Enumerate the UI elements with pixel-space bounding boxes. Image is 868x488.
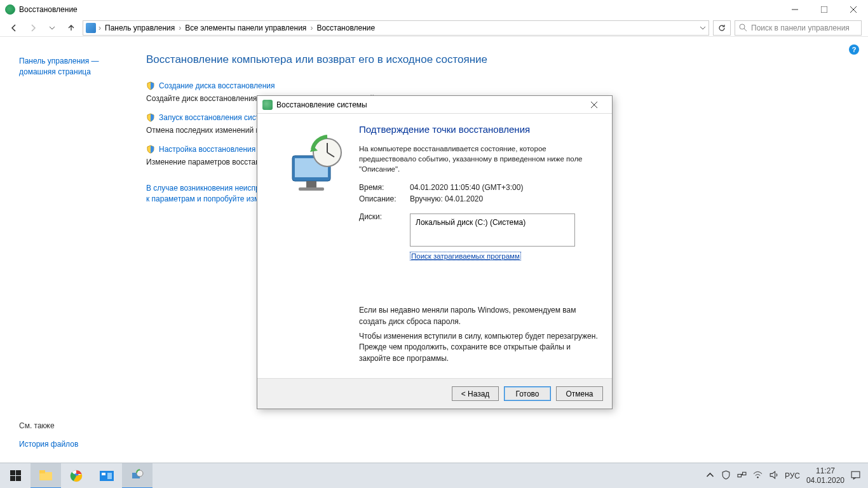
disks-label: Диски:: [359, 212, 410, 221]
close-button[interactable]: [839, 0, 868, 19]
taskbar-system-restore[interactable]: [122, 463, 153, 489]
time-value: 04.01.2020 11:05:40 (GMT+3:00): [410, 183, 523, 192]
notifications-icon[interactable]: [851, 470, 860, 482]
link-label: Создание диска восстановления: [159, 81, 275, 90]
wifi-icon[interactable]: [753, 470, 763, 482]
create-recovery-drive-link[interactable]: Создание диска восстановления: [146, 81, 275, 90]
svg-rect-11: [299, 187, 324, 191]
dialog-intro: На компьютере восстанавливается состояни…: [359, 144, 602, 174]
taskbar-chrome[interactable]: [61, 463, 92, 489]
svg-rect-28: [738, 474, 741, 477]
page-heading: Восстановление компьютера или возврат ег…: [146, 53, 855, 66]
svg-rect-29: [742, 472, 745, 475]
svg-rect-1: [821, 6, 827, 13]
description-value: Вручную: 04.01.2020: [410, 194, 483, 203]
dialog-titlebar: Восстановление системы: [257, 96, 612, 114]
time-label: Время:: [359, 183, 410, 192]
recent-dropdown[interactable]: [44, 20, 60, 36]
svg-rect-25: [107, 473, 112, 479]
shield-icon: [146, 81, 155, 90]
finish-button[interactable]: Готово: [504, 386, 551, 401]
taskbar-explorer[interactable]: [31, 463, 61, 489]
svg-point-31: [757, 477, 758, 478]
dialog-title: Восстановление системы: [276, 100, 367, 109]
search-input[interactable]: Поиск в панели управления: [735, 20, 862, 36]
cancel-button[interactable]: Отмена: [556, 386, 603, 401]
dialog-artwork: [264, 124, 359, 368]
window-title: Восстановление: [19, 5, 78, 14]
search-placeholder: Поиск в панели управления: [751, 24, 850, 32]
volume-icon[interactable]: [769, 470, 778, 482]
maximize-button[interactable]: [810, 0, 839, 19]
dialog-note-1: Если вы недавно меняли пароль Windows, р…: [359, 305, 602, 327]
file-history-link[interactable]: История файлов: [19, 439, 78, 450]
breadcrumb-leaf[interactable]: Восстановление: [315, 24, 376, 32]
clock[interactable]: 11:27 04.01.2020: [806, 466, 844, 485]
minimize-button[interactable]: [780, 0, 810, 19]
system-tray: РУС 11:27 04.01.2020: [698, 466, 868, 485]
scan-affected-programs-link[interactable]: Поиск затрагиваемых программ: [410, 252, 521, 261]
see-also-heading: См. также: [19, 421, 78, 430]
chevron-down-icon[interactable]: [700, 25, 706, 31]
control-panel-icon: [86, 23, 96, 33]
window-titlebar: Восстановление: [0, 0, 868, 19]
svg-rect-16: [16, 470, 21, 475]
recovery-app-icon: [5, 4, 15, 15]
open-system-restore-link[interactable]: Запуск восстановления системы: [146, 113, 275, 122]
sidebar: Панель управления — домашняя страница См…: [0, 37, 133, 463]
svg-rect-17: [10, 476, 15, 481]
forward-button[interactable]: [25, 20, 41, 36]
network-icon[interactable]: [737, 470, 747, 482]
search-icon: [739, 24, 747, 32]
description-label: Описание:: [359, 194, 410, 203]
security-icon[interactable]: [721, 470, 731, 482]
back-button[interactable]: < Назад: [452, 386, 499, 401]
shield-icon: [146, 113, 155, 122]
up-button[interactable]: [64, 20, 79, 36]
breadcrumb-mid[interactable]: Все элементы панели управления: [184, 24, 308, 32]
dialog-close-button[interactable]: [581, 97, 607, 113]
svg-rect-10: [306, 181, 316, 187]
breadcrumb-root[interactable]: Панель управления: [104, 24, 176, 32]
chevron-right-icon: ›: [310, 24, 313, 32]
svg-rect-20: [39, 470, 45, 473]
navigation-bar: › Панель управления › Все элементы панел…: [0, 19, 868, 37]
dialog-note-2: Чтобы изменения вступили в силу, компьют…: [359, 331, 602, 364]
taskbar-app-1[interactable]: [92, 463, 122, 489]
system-restore-icon: [262, 100, 273, 110]
refresh-button[interactable]: [713, 20, 731, 36]
disks-list: Локальный диск (C:) (Система): [410, 214, 575, 247]
disk-entry: Локальный диск (C:) (Система): [416, 218, 526, 227]
svg-rect-15: [10, 470, 15, 475]
address-bar[interactable]: › Панель управления › Все элементы панел…: [83, 20, 709, 36]
taskbar: РУС 11:27 04.01.2020: [0, 463, 868, 488]
language-indicator[interactable]: РУС: [785, 471, 800, 480]
chevron-right-icon: ›: [98, 24, 101, 32]
start-button[interactable]: [0, 463, 31, 489]
tray-chevron-up-icon[interactable]: [705, 470, 715, 482]
dialog-heading: Подтверждение точки восстановления: [359, 124, 602, 135]
svg-point-4: [740, 24, 745, 29]
control-panel-home-link[interactable]: Панель управления — домашняя страница: [19, 56, 123, 78]
system-restore-dialog: Восстановление системы Подтверждение точ…: [257, 95, 613, 409]
svg-line-5: [744, 29, 747, 31]
back-button[interactable]: [6, 20, 22, 36]
tray-date: 04.01.2020: [806, 476, 844, 485]
svg-rect-18: [16, 476, 21, 481]
shield-icon: [146, 145, 155, 154]
svg-rect-32: [851, 471, 860, 478]
chevron-right-icon: ›: [179, 24, 181, 32]
svg-rect-24: [102, 473, 105, 475]
tray-time: 11:27: [806, 466, 844, 475]
